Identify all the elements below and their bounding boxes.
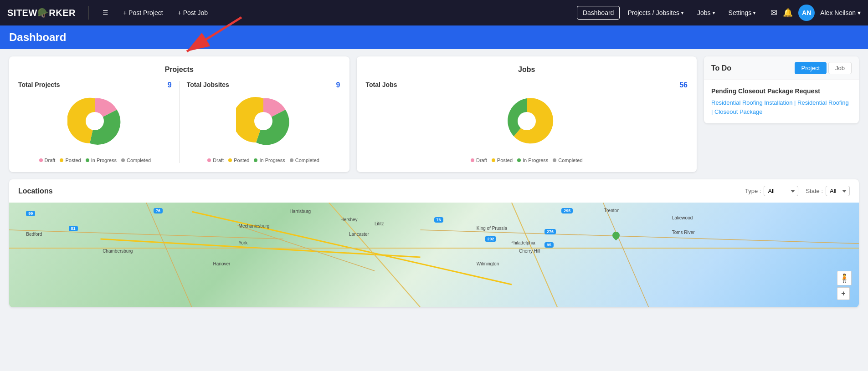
locations-section: Locations Type : All Project Jobsite Sta… bbox=[9, 179, 859, 307]
total-jobsites-header: Total Jobsites 9 bbox=[187, 81, 340, 89]
svg-point-2 bbox=[518, 112, 536, 130]
type-filter-group: Type : All Project Jobsite bbox=[745, 186, 798, 196]
page-header: Dashboard bbox=[0, 25, 868, 49]
total-projects-header: Total Projects 9 bbox=[18, 81, 172, 89]
map-person-icon: 🧍 bbox=[839, 273, 849, 283]
map-label-lancaster: Lancaster bbox=[349, 232, 369, 237]
chart-divider bbox=[179, 81, 180, 163]
svg-line-8 bbox=[9, 230, 283, 239]
main-content: Projects Total Projects 9 bbox=[0, 49, 868, 179]
map-controls: 🧍 + bbox=[837, 271, 852, 300]
jobs-legend-completed: Completed bbox=[553, 158, 582, 163]
highway-shield-76: 76 bbox=[154, 208, 163, 213]
svg-line-7 bbox=[512, 203, 557, 307]
logo-text-sitew: SITEW bbox=[7, 8, 37, 18]
legend-posted: Posted bbox=[60, 158, 81, 163]
map-label-cherryhill: Cherry Hill bbox=[519, 249, 540, 254]
highway-shield-95: 95 bbox=[544, 242, 554, 248]
locations-filters: Type : All Project Jobsite State : All P… bbox=[745, 186, 850, 196]
messages-button[interactable]: ✉ bbox=[770, 8, 777, 18]
jobsites-legend-inprogress: In Progress bbox=[254, 158, 285, 163]
map-label-lititz: Lititz bbox=[375, 221, 384, 226]
total-jobs-section: Total Jobs 56 bbox=[366, 81, 688, 163]
nav-jobs[interactable]: Jobs ▾ bbox=[691, 6, 721, 20]
page-title: Dashboard bbox=[9, 31, 859, 44]
notifications-button[interactable]: 🔔 bbox=[783, 8, 793, 18]
svg-point-1 bbox=[254, 112, 272, 130]
todo-item-link[interactable]: Residential Roofing Installation | Resid… bbox=[711, 99, 849, 115]
state-filter-group: State : All PA NJ NY DE bbox=[806, 186, 850, 196]
settings-chevron-icon: ▾ bbox=[753, 10, 755, 15]
map-label-lakewood: Lakewood bbox=[672, 215, 693, 220]
logo: SITEW🪖RKER bbox=[7, 7, 76, 18]
nav-links: Dashboard Projects / Jobsites ▾ Jobs ▾ S… bbox=[577, 6, 761, 20]
jobs-card: Jobs Total Jobs 56 bbox=[357, 56, 697, 172]
nav-settings[interactable]: Settings ▾ bbox=[723, 6, 762, 20]
map-label-trenton: Trenton bbox=[604, 208, 620, 213]
total-jobs-value: 56 bbox=[679, 81, 688, 89]
map-label-york: York bbox=[239, 240, 248, 245]
map-label-tomsriver: Toms River bbox=[672, 230, 695, 235]
locations-title: Locations bbox=[18, 187, 53, 195]
map-label-hershey: Hershey bbox=[340, 217, 357, 222]
projects-chart-wrapper: Total Projects 9 bbox=[18, 81, 340, 163]
legend-draft: Draft bbox=[39, 158, 56, 163]
navbar-icons: ✉ 🔔 AN Alex Neilson ▾ bbox=[770, 5, 861, 21]
todo-tabs: Project Job bbox=[795, 62, 852, 74]
map-label-philadelphia: Philadelphia bbox=[510, 240, 535, 245]
jobs-legend: Draft Posted In Progress Completed bbox=[471, 158, 583, 163]
nav-projects-jobsites[interactable]: Projects / Jobsites ▾ bbox=[621, 6, 689, 20]
jobs-card-title: Jobs bbox=[366, 66, 688, 74]
legend-inprogress: In Progress bbox=[86, 158, 117, 163]
total-jobsites-section: Total Jobsites 9 bbox=[187, 81, 340, 163]
total-jobs-pie bbox=[499, 94, 554, 148]
total-jobsites-pie bbox=[236, 94, 291, 148]
highway-shield-295: 295 bbox=[561, 208, 573, 213]
locations-card: Locations Type : All Project Jobsite Sta… bbox=[9, 179, 859, 307]
type-filter-select[interactable]: All Project Jobsite bbox=[764, 186, 798, 196]
user-name[interactable]: Alex Neilson ▾ bbox=[820, 9, 861, 16]
jobsites-legend: Draft Posted In Progress Completed bbox=[207, 158, 319, 163]
todo-tab-job[interactable]: Job bbox=[828, 62, 852, 74]
hamburger-menu-button[interactable]: ☰ bbox=[98, 6, 113, 19]
map-label-hanover: Hanover bbox=[213, 261, 231, 266]
logo-text-rker: RKER bbox=[49, 8, 76, 18]
state-filter-select[interactable]: All PA NJ NY DE bbox=[826, 186, 850, 196]
hamburger-icon: ☰ bbox=[103, 9, 108, 16]
total-jobsites-value: 9 bbox=[336, 81, 340, 89]
todo-tab-project[interactable]: Project bbox=[795, 62, 827, 74]
total-jobs-header: Total Jobs 56 bbox=[366, 81, 688, 89]
avatar: AN bbox=[798, 5, 815, 21]
todo-card: To Do Project Job Pending Closeout Packa… bbox=[704, 56, 859, 123]
todo-title: To Do bbox=[711, 64, 795, 72]
total-projects-section: Total Projects 9 bbox=[18, 81, 172, 163]
post-project-button[interactable]: + Post Project bbox=[118, 6, 168, 19]
jobs-legend-draft: Draft bbox=[471, 158, 487, 163]
map-label-wilmington: Wilmington bbox=[477, 261, 499, 266]
jobsites-legend-draft: Draft bbox=[207, 158, 224, 163]
highway-shield-76b: 76 bbox=[434, 217, 443, 223]
highway-shield-276: 276 bbox=[544, 229, 556, 234]
nav-dashboard[interactable]: Dashboard bbox=[577, 6, 620, 20]
map-label-mechanicsburg: Mechanicsburg bbox=[239, 224, 270, 229]
map-person-control[interactable]: 🧍 bbox=[837, 271, 852, 285]
logo-hat-icon: 🪖 bbox=[37, 7, 49, 18]
svg-line-9 bbox=[146, 203, 192, 307]
jobsites-legend-posted: Posted bbox=[228, 158, 249, 163]
map-label-chambersburg: Chambersburg bbox=[103, 249, 133, 254]
svg-point-0 bbox=[86, 112, 104, 130]
post-job-button[interactable]: + Post Job bbox=[173, 6, 213, 19]
jobsites-legend-completed: Completed bbox=[290, 158, 319, 163]
todo-header: To Do Project Job bbox=[704, 56, 859, 80]
map-zoom-in-button[interactable]: + bbox=[837, 287, 850, 300]
navbar: SITEW🪖RKER ☰ + Post Project + Post Job D… bbox=[0, 0, 868, 25]
charts-wrapper: Projects Total Projects 9 bbox=[9, 56, 697, 172]
legend-completed: Completed bbox=[121, 158, 151, 163]
navbar-divider bbox=[88, 6, 89, 20]
todo-body: Pending Closeout Package Request Residen… bbox=[704, 80, 859, 123]
locations-header: Locations Type : All Project Jobsite Sta… bbox=[9, 179, 859, 203]
svg-line-11 bbox=[603, 203, 648, 307]
projects-card: Projects Total Projects 9 bbox=[9, 56, 349, 172]
todo-item-title: Pending Closeout Package Request bbox=[711, 87, 852, 95]
total-projects-pie bbox=[67, 94, 122, 148]
